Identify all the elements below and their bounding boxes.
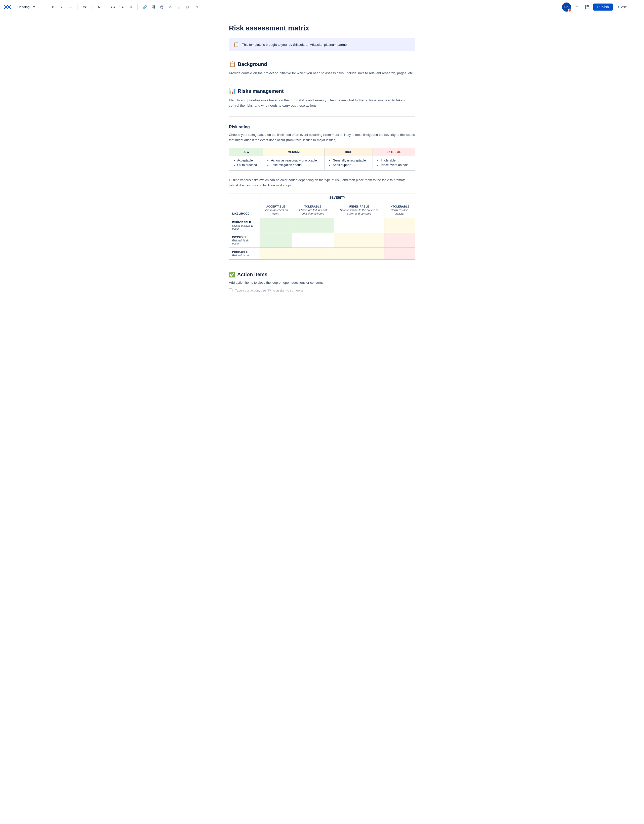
table-button[interactable]: ⊞ bbox=[175, 3, 183, 11]
row-possible: POSSIBLE Risk will likely occur bbox=[229, 233, 415, 248]
background-heading: 📋 Background bbox=[229, 61, 415, 68]
risks-section: 📊 Risks management Identify and prioriti… bbox=[229, 88, 415, 260]
toolbar-divider-5 bbox=[137, 4, 138, 10]
info-box-icon: 📋 bbox=[234, 42, 239, 47]
col-sub-acceptable: Little to no effect on event bbox=[264, 209, 288, 215]
link-button[interactable]: 🔗 bbox=[141, 3, 149, 11]
risks-emoji: 📊 bbox=[229, 88, 236, 95]
cell-probable-acceptable bbox=[260, 248, 292, 259]
background-emoji: 📋 bbox=[229, 61, 236, 68]
emoji-button[interactable]: ☺ bbox=[166, 3, 174, 11]
columns-button[interactable]: ⊟ bbox=[183, 3, 191, 11]
link-icon: 🔗 bbox=[143, 5, 147, 9]
rating-cell-medium: As low as reasonably practicable Take mi… bbox=[263, 156, 324, 171]
emoji-icon: ☺ bbox=[169, 5, 172, 9]
color-icon: A bbox=[98, 5, 100, 9]
color-button[interactable]: A bbox=[95, 3, 103, 11]
col-header-acceptable: ACCEPTABLE bbox=[266, 205, 285, 208]
risks-heading-text: Risks management bbox=[238, 88, 283, 94]
format-group: B I ··· bbox=[49, 3, 74, 11]
image-button[interactable]: 🖼 bbox=[149, 3, 157, 11]
add-collaborator-button[interactable]: + bbox=[573, 3, 581, 11]
info-box: 📋 This template is brought to your by St… bbox=[229, 38, 415, 51]
align-button[interactable]: ≡▾ bbox=[80, 3, 89, 11]
col-undesirable: UNDESIRABLE Serious impact to the course… bbox=[334, 202, 384, 218]
main-content: Risk assessment matrix 📋 This template i… bbox=[224, 14, 420, 312]
background-section: 📋 Background Provide context on the proj… bbox=[229, 61, 415, 76]
bullet-list-button[interactable]: ●▲ bbox=[109, 3, 117, 11]
th-medium: MEDIUM bbox=[263, 148, 324, 156]
rating-row: Acceptable Ok to proceed As low as reaso… bbox=[229, 156, 415, 171]
rating-cell-extreme: Intolerable Place event on hold bbox=[373, 156, 415, 171]
plus-icon: + bbox=[576, 4, 579, 9]
cell-probable-undesirable bbox=[334, 248, 384, 259]
col-header-tolerable: TOLERABLE bbox=[304, 205, 321, 208]
publish-button[interactable]: Publish bbox=[593, 3, 613, 11]
more-actions-button[interactable]: ··· bbox=[632, 3, 640, 11]
col-sub-tolerable: Effects are felt, but not critical to ou… bbox=[299, 209, 327, 215]
avatar-button[interactable]: CK bbox=[562, 3, 571, 12]
table-icon: ⊞ bbox=[177, 5, 180, 9]
list-item: Seek support bbox=[333, 163, 369, 167]
outline-text: Outline various risks (which can be colo… bbox=[229, 178, 415, 188]
background-body[interactable]: Provide context on the project or initia… bbox=[229, 71, 415, 76]
insert-more-button[interactable]: +▾ bbox=[192, 3, 200, 11]
list-item: As low as reasonably practicable bbox=[271, 159, 321, 162]
rating-cell-low: Acceptable Ok to proceed bbox=[229, 156, 263, 171]
action-items-heading-text: Action items bbox=[237, 272, 267, 277]
risks-heading: 📊 Risks management bbox=[229, 88, 415, 95]
likelihood-label: LIKELIHOOD bbox=[232, 212, 249, 215]
numbered-list-icon: 1▲ bbox=[119, 5, 124, 9]
row-probable: PROBABLE Risk will occur bbox=[229, 248, 415, 259]
bold-button[interactable]: B bbox=[49, 3, 57, 11]
th-high: HIGH bbox=[324, 148, 373, 156]
columns-icon: ⊟ bbox=[186, 5, 189, 9]
severity-header: SEVERITY bbox=[260, 193, 415, 202]
checkbox-icon: ☑ bbox=[129, 5, 132, 9]
likelihood-corner: LIKELIHOOD bbox=[229, 202, 260, 218]
more-actions-icon: ··· bbox=[634, 4, 638, 9]
corner-cell bbox=[229, 193, 260, 202]
checkbox-button[interactable]: ☑ bbox=[126, 3, 134, 11]
avatar-badge bbox=[568, 9, 572, 12]
col-acceptable: ACCEPTABLE Little to no effect on event bbox=[260, 202, 292, 218]
numbered-list-button[interactable]: 1▲ bbox=[118, 3, 126, 11]
action-placeholder[interactable]: Type your action, use '@' to assign to s… bbox=[235, 289, 304, 292]
avatar-initials: CK bbox=[564, 5, 569, 9]
cell-improbable-acceptable bbox=[260, 218, 292, 233]
list-item: Place event on hold bbox=[381, 163, 411, 167]
action-checkbox-row: Type your action, use '@' to assign to s… bbox=[229, 289, 415, 292]
insert-group: 🔗 🖼 @ ☺ ⊞ ⊟ +▾ bbox=[141, 3, 200, 11]
heading-selector[interactable]: Heading 2 ▾ bbox=[15, 4, 43, 10]
save-icon-button[interactable]: 💾 bbox=[583, 3, 591, 11]
col-sub-undesirable: Serious impact to the course of action a… bbox=[340, 209, 378, 215]
italic-button[interactable]: I bbox=[58, 3, 66, 11]
action-checkbox[interactable] bbox=[229, 289, 232, 292]
col-sub-intolerable: Could result in disaster bbox=[391, 209, 408, 215]
cell-possible-tolerable bbox=[292, 233, 334, 248]
save-icon: 💾 bbox=[585, 5, 589, 9]
action-items-desc: Add action items to close the loop on op… bbox=[229, 281, 415, 284]
chevron-down-icon: ▾ bbox=[33, 5, 35, 9]
list-item: Intolerable bbox=[381, 159, 411, 162]
severity-table: SEVERITY LIKELIHOOD ACCEPTABLE Little to… bbox=[229, 193, 415, 260]
cell-possible-acceptable bbox=[260, 233, 292, 248]
bullet-list-icon: ●▲ bbox=[111, 5, 116, 9]
mention-button[interactable]: @ bbox=[158, 3, 166, 11]
row-improbable: IMPROBABLE Risk is unlikely to occur bbox=[229, 218, 415, 233]
more-format-button[interactable]: ··· bbox=[66, 3, 74, 11]
page-title[interactable]: Risk assessment matrix bbox=[229, 24, 415, 32]
toolbar: Heading 2 ▾ B I ··· ≡▾ A ●▲ 1▲ ☑ 🔗 bbox=[0, 0, 644, 14]
close-button[interactable]: Close bbox=[615, 3, 630, 11]
risk-rating-desc: Choose your rating based on the likeliho… bbox=[229, 132, 415, 143]
row-sub-possible: Risk will likely occur bbox=[232, 239, 257, 245]
row-header-improbable: IMPROBABLE Risk is unlikely to occur bbox=[229, 218, 260, 233]
cell-probable-tolerable bbox=[292, 248, 334, 259]
mention-icon: @ bbox=[160, 5, 163, 9]
th-low: LOW bbox=[229, 148, 263, 156]
col-header-undesirable: UNDESIRABLE bbox=[349, 205, 369, 208]
col-tolerable: TOLERABLE Effects are felt, but not crit… bbox=[292, 202, 334, 218]
risks-body[interactable]: Identify and prioritize risks based on t… bbox=[229, 98, 415, 108]
row-header-probable: PROBABLE Risk will occur bbox=[229, 248, 260, 259]
action-items-heading: ✅ Action items bbox=[229, 272, 415, 278]
